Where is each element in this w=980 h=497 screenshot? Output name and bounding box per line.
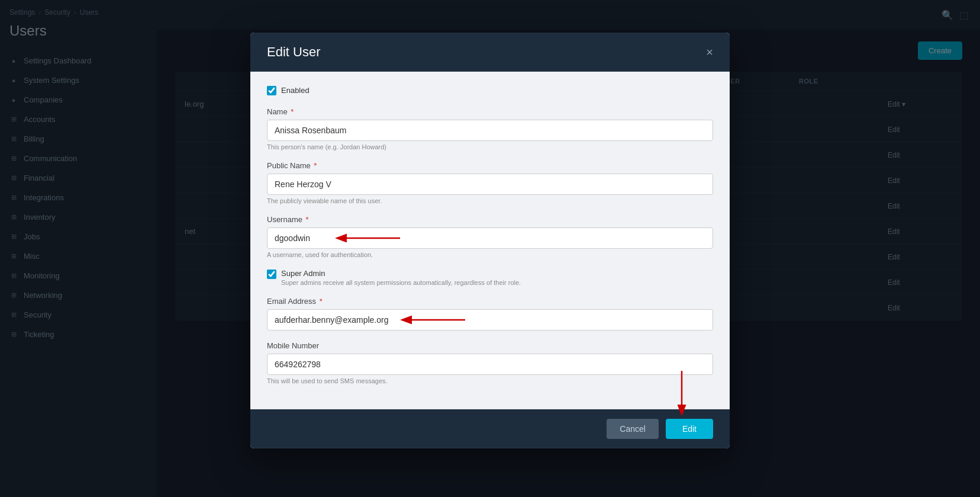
name-label: Name * xyxy=(267,107,713,116)
public-name-label: Public Name * xyxy=(267,161,713,169)
username-hint: A username, used for authentication. xyxy=(267,251,713,258)
cancel-button[interactable]: Cancel xyxy=(607,418,659,438)
email-input[interactable] xyxy=(267,309,713,330)
mobile-label: Mobile Number xyxy=(267,341,713,349)
name-field-group: Name * This person's name (e.g. Jordan H… xyxy=(267,107,713,150)
modal-footer: Cancel Edit xyxy=(250,409,730,448)
username-input[interactable] xyxy=(267,227,713,248)
name-input[interactable] xyxy=(267,119,713,140)
enabled-label: Enabled xyxy=(281,86,310,95)
email-label: Email Address * xyxy=(267,296,713,305)
super-admin-checkbox[interactable] xyxy=(267,269,276,278)
name-hint: This person's name (e.g. Jordan Howard) xyxy=(267,143,713,150)
public-name-field-group: Public Name * The publicly viewable name… xyxy=(267,161,713,204)
username-label: Username * xyxy=(267,214,713,223)
enabled-checkbox[interactable] xyxy=(267,85,276,95)
mobile-hint: This will be used to send SMS messages. xyxy=(267,377,713,384)
modal-title: Edit User xyxy=(267,44,320,59)
public-name-hint: The publicly viewable name of this user. xyxy=(267,197,713,204)
edit-user-modal: Edit User × Enabled Name * This person's… xyxy=(250,32,730,448)
edit-submit-button[interactable]: Edit xyxy=(666,418,713,438)
modal-body: Enabled Name * This person's name (e.g. … xyxy=(250,71,730,409)
public-name-input[interactable] xyxy=(267,173,713,194)
enabled-row: Enabled xyxy=(267,85,713,95)
super-admin-row: Super Admin Super admins receive all sys… xyxy=(267,268,713,286)
username-field-group: Username * A username, used for authenti… xyxy=(267,214,713,258)
super-admin-label: Super Admin xyxy=(281,268,521,277)
modal-header: Edit User × xyxy=(250,32,730,71)
email-field-group: Email Address * xyxy=(267,296,713,330)
modal-close-button[interactable]: × xyxy=(706,46,713,57)
super-admin-hint: Super admins receive all system permissi… xyxy=(281,278,521,286)
mobile-input[interactable] xyxy=(267,353,713,374)
mobile-field-group: Mobile Number This will be used to send … xyxy=(267,341,713,384)
